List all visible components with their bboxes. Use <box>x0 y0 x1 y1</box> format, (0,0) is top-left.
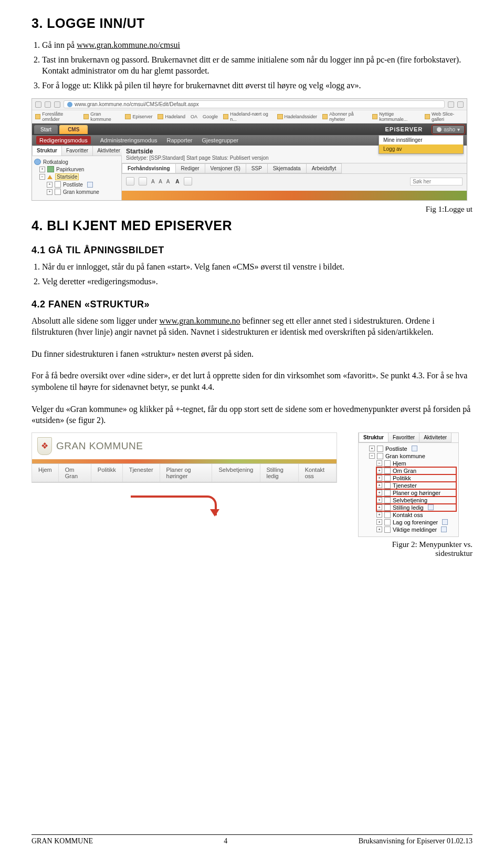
expand-icon[interactable]: + <box>47 189 52 195</box>
expand-icon[interactable]: + <box>369 446 375 451</box>
folder-icon <box>372 114 377 119</box>
left-tab-struktur[interactable]: Struktur <box>32 146 62 156</box>
wrench-icon[interactable] <box>457 101 464 108</box>
expand-icon[interactable]: + <box>376 490 382 495</box>
expand-icon[interactable]: + <box>39 167 45 172</box>
collapse-icon[interactable]: − <box>369 453 375 459</box>
side-tree-item[interactable]: +Lag og foreninger <box>376 519 456 526</box>
font-weight[interactable]: A <box>175 179 179 184</box>
side-tree-item[interactable]: +Postliste <box>369 445 456 452</box>
mode-admin[interactable]: Administreringsmodus <box>100 137 158 143</box>
expand-icon[interactable]: + <box>376 519 382 525</box>
toolbar-button[interactable] <box>184 177 192 185</box>
page-icon <box>377 446 383 452</box>
left-tab-favoritter[interactable]: Favoritter <box>61 146 93 156</box>
nav-reload-icon[interactable] <box>54 101 60 108</box>
side-tree-item[interactable]: +Planer og høringer <box>376 489 456 497</box>
side-tree-item[interactable]: +Politikk <box>376 474 456 482</box>
rtab-skjemadata[interactable]: Skjemadata <box>267 163 307 173</box>
tab-start[interactable]: Start <box>34 125 58 134</box>
nav-back-icon[interactable] <box>35 101 41 108</box>
bookmark-star-icon[interactable] <box>448 101 454 108</box>
mode-rapporter[interactable]: Rapporter <box>167 137 193 143</box>
bookmark-item[interactable]: Hadeland <box>158 111 185 122</box>
tree-bin[interactable]: +Papirkurven <box>39 166 119 173</box>
dropdown-logg-av[interactable]: Logg av <box>379 144 463 153</box>
font-sizes[interactable]: A A A <box>151 179 171 184</box>
arrow-annotation <box>32 495 337 515</box>
side-structure-tree: Struktur Favoritter Aktiviteter +Postlis… <box>358 432 459 537</box>
bookmark-item[interactable]: Gran kommune <box>83 111 120 122</box>
side-tree-item[interactable]: −Gran kommune <box>369 452 456 460</box>
gk-link[interactable]: www.gran.kommune.no <box>160 316 240 325</box>
expand-icon[interactable]: + <box>47 182 52 188</box>
nav-tjenester[interactable]: Tjenester <box>123 464 160 482</box>
bookmark-item[interactable]: Episerver <box>125 111 152 122</box>
side-tree-item[interactable]: −Hjem <box>376 460 456 467</box>
tree-gran-kommune[interactable]: +Gran kommune <box>47 188 119 195</box>
toolbar-button[interactable] <box>126 177 134 185</box>
user-menu[interactable]: asho ▾ <box>432 125 465 134</box>
nav-hjem[interactable]: Hjem <box>32 464 59 482</box>
tree-root[interactable]: Rotkatalog <box>34 158 119 166</box>
bookmark-item[interactable]: Web Slice-galleri <box>425 111 464 122</box>
nav-kontakt[interactable]: Kontakt oss <box>299 464 337 482</box>
expand-icon[interactable]: + <box>376 497 382 503</box>
bookmark-item[interactable]: Hadelandssider <box>277 111 318 122</box>
nav-om-gran[interactable]: Om Gran <box>59 464 91 482</box>
rtab-arbeidsflyt[interactable]: Arbeidsflyt <box>306 163 342 173</box>
expand-icon[interactable]: + <box>376 526 382 532</box>
side-tree-item[interactable]: +Selvbetjening <box>376 497 456 504</box>
tree-startside[interactable]: −Startside <box>39 173 119 181</box>
dropdown-mine-innstillinger[interactable]: Mine innstillinger <box>379 136 463 144</box>
cmsui-link[interactable]: www.gran.kommune.no/cmsui <box>77 40 180 49</box>
side-tree-label: Om Gran <box>393 468 416 474</box>
rtab-versjoner[interactable]: Versjoner (5) <box>205 163 246 173</box>
rtab-rediger[interactable]: Rediger <box>175 163 205 173</box>
st-tab-favoritter[interactable]: Favoritter <box>388 432 419 442</box>
expand-icon[interactable]: + <box>376 512 382 518</box>
nav-planer[interactable]: Planer og høringer <box>160 464 213 482</box>
nav-stilling[interactable]: Stilling ledig <box>260 464 299 482</box>
side-tree-label: Postliste <box>385 446 407 452</box>
expand-icon[interactable]: + <box>376 475 382 481</box>
nav-selvbetjening[interactable]: Selvbetjening <box>212 464 260 482</box>
side-tree-item[interactable]: +Tjenester <box>376 482 456 489</box>
bookmark-item[interactable]: Google <box>203 111 218 122</box>
gk-brand: GRAN KOMMUNE <box>56 440 143 452</box>
st-tab-struktur[interactable]: Struktur <box>359 432 388 442</box>
expand-icon[interactable]: + <box>376 468 382 473</box>
nav-politikk[interactable]: Politikk <box>91 464 123 482</box>
bookmark-item[interactable]: Abonner på nyheter <box>322 111 367 122</box>
search-input[interactable] <box>410 178 463 185</box>
st-tab-aktiviteter[interactable]: Aktiviteter <box>419 432 452 442</box>
side-tree-item[interactable]: +Stilling ledig <box>376 504 456 511</box>
side-tree-item[interactable]: +Viktige meldinger <box>376 526 456 533</box>
rtab-ssp[interactable]: SSP <box>246 163 268 173</box>
tree-postliste[interactable]: +Postliste <box>47 181 119 188</box>
collapse-icon[interactable]: − <box>39 174 45 180</box>
left-tab-aktiviteter[interactable]: Aktiviteter <box>92 146 125 156</box>
shortcut-icon <box>442 519 448 525</box>
page-icon <box>384 526 391 533</box>
mode-gjestegrupper[interactable]: Gjestegrupper <box>202 137 238 143</box>
bookmark-item[interactable]: OA <box>191 111 197 122</box>
side-tree-item[interactable]: +Kontakt oss <box>376 511 456 519</box>
bookmark-item[interactable]: Foreslåtte områder <box>35 111 78 122</box>
url-input[interactable]: www.gran.kommune.no/cmsui/CMS/Edit/Defau… <box>64 100 445 108</box>
mode-redigering[interactable]: Redigeringsmodus <box>36 136 91 144</box>
expand-icon[interactable]: + <box>376 482 382 488</box>
bookmark-item[interactable]: Nyttige kommunale... <box>372 111 419 122</box>
bookmark-item[interactable]: Hadeland-nært og n... <box>223 111 272 122</box>
page-icon <box>384 512 391 518</box>
rtab-forhandsvisning[interactable]: Forhåndsvisning <box>122 163 176 173</box>
figure-1-caption: Fig 1:Logge ut <box>32 205 472 214</box>
collapse-icon[interactable]: − <box>376 460 382 466</box>
toolbar-button[interactable] <box>139 177 147 185</box>
nav-forward-icon[interactable] <box>45 101 51 108</box>
page-icon <box>377 453 383 459</box>
tab-cms[interactable]: CMS <box>59 125 88 134</box>
side-tree-item[interactable]: +Om Gran <box>376 467 456 474</box>
episerver-brand: EPiSERVER <box>385 126 423 132</box>
expand-icon[interactable]: + <box>376 504 382 510</box>
